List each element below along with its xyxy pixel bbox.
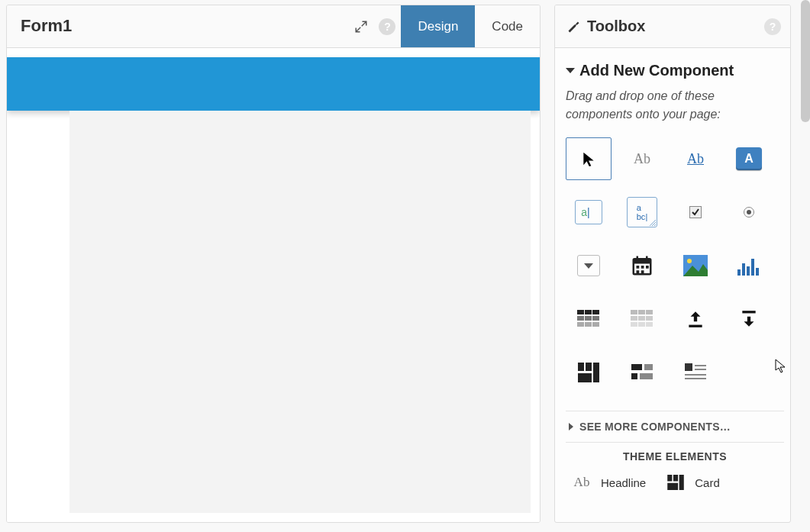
- svg-rect-8: [641, 270, 644, 273]
- component-datepicker[interactable]: [619, 244, 665, 287]
- svg-rect-25: [631, 310, 637, 314]
- component-file-download[interactable]: [726, 298, 772, 340]
- form-panel: Form1 ? Design Code: [6, 5, 541, 523]
- component-rich-text[interactable]: [673, 351, 718, 394]
- tab-code[interactable]: Code: [475, 5, 540, 47]
- component-plot[interactable]: [726, 244, 772, 287]
- component-textbox[interactable]: a|: [566, 191, 612, 234]
- svg-rect-49: [667, 475, 672, 481]
- component-column-panel[interactable]: [566, 351, 612, 394]
- theme-elements-header: THEME ELEMENTS: [566, 442, 784, 469]
- svg-rect-1: [634, 259, 651, 263]
- svg-rect-24: [592, 322, 599, 327]
- svg-rect-14: [751, 259, 754, 276]
- svg-rect-34: [689, 325, 702, 327]
- caret-down-icon: [566, 68, 575, 73]
- svg-rect-5: [641, 266, 644, 269]
- component-flow-panel[interactable]: [619, 351, 665, 394]
- svg-rect-26: [638, 310, 645, 314]
- svg-rect-50: [673, 475, 678, 481]
- form-header: Form1 ? Design Code: [7, 5, 540, 48]
- expand-icon[interactable]: [349, 5, 373, 47]
- svg-rect-16: [577, 310, 584, 314]
- svg-rect-51: [679, 475, 684, 490]
- section-title-text: Add New Component: [579, 62, 734, 79]
- svg-rect-22: [577, 322, 584, 327]
- svg-rect-7: [637, 270, 640, 273]
- card-icon: [664, 472, 687, 493]
- svg-rect-41: [644, 364, 653, 370]
- scrollbar[interactable]: [801, 0, 810, 122]
- svg-rect-19: [577, 316, 584, 321]
- svg-rect-45: [695, 365, 706, 366]
- toolbox-header: Toolbox ?: [555, 5, 790, 48]
- svg-rect-47: [685, 374, 706, 376]
- headline-icon: Ab: [570, 472, 593, 493]
- svg-rect-15: [756, 268, 759, 276]
- svg-point-10: [687, 259, 692, 263]
- svg-rect-43: [640, 373, 653, 379]
- form-canvas[interactable]: [7, 48, 540, 522]
- svg-rect-37: [586, 363, 592, 371]
- theme-item-headline[interactable]: Ab Headline: [570, 472, 646, 493]
- component-file-upload[interactable]: [673, 298, 718, 340]
- svg-rect-35: [742, 311, 755, 313]
- help-icon[interactable]: ?: [764, 18, 781, 35]
- component-textarea[interactable]: abc|: [619, 191, 665, 234]
- svg-rect-6: [646, 266, 649, 269]
- see-more-label: SEE MORE COMPONENTS…: [579, 421, 731, 433]
- svg-rect-48: [685, 378, 706, 379]
- component-checkbox[interactable]: [673, 191, 718, 234]
- theme-card-label: Card: [695, 476, 720, 489]
- svg-rect-3: [646, 256, 648, 260]
- svg-rect-27: [646, 310, 653, 314]
- svg-rect-31: [631, 322, 637, 327]
- svg-rect-42: [631, 373, 637, 379]
- component-image[interactable]: [673, 244, 718, 287]
- component-grid: Ab Ab A a| abc|: [566, 137, 784, 394]
- component-dropdown[interactable]: [566, 244, 612, 287]
- svg-rect-23: [585, 322, 592, 327]
- svg-rect-46: [695, 369, 706, 370]
- canvas-drop-area[interactable]: [69, 111, 531, 513]
- component-button[interactable]: A: [726, 137, 772, 180]
- svg-rect-20: [585, 316, 592, 321]
- tab-design[interactable]: Design: [401, 5, 475, 47]
- help-icon[interactable]: ?: [373, 5, 401, 47]
- svg-rect-11: [737, 269, 741, 276]
- svg-rect-18: [592, 310, 599, 314]
- component-data-grid[interactable]: [566, 298, 612, 340]
- see-more-components[interactable]: SEE MORE COMPONENTS…: [566, 411, 784, 442]
- app-bar-component[interactable]: [7, 57, 540, 111]
- component-pointer[interactable]: [566, 137, 612, 180]
- svg-rect-21: [592, 316, 599, 321]
- svg-rect-36: [578, 363, 584, 371]
- svg-rect-12: [742, 263, 745, 276]
- wrench-icon: [567, 20, 581, 34]
- help-text: Drag and drop one of these components on…: [566, 87, 784, 124]
- svg-rect-32: [638, 322, 645, 327]
- svg-rect-52: [667, 483, 678, 490]
- svg-rect-33: [646, 322, 653, 327]
- caret-right-icon: [569, 423, 573, 430]
- svg-rect-29: [638, 316, 645, 321]
- svg-rect-28: [631, 316, 637, 321]
- svg-rect-39: [578, 373, 592, 382]
- svg-rect-40: [631, 364, 642, 370]
- component-label[interactable]: Ab: [619, 137, 665, 180]
- theme-item-card[interactable]: Card: [664, 472, 720, 493]
- add-component-section[interactable]: Add New Component: [566, 62, 784, 79]
- svg-rect-17: [585, 310, 592, 314]
- component-radio[interactable]: [726, 191, 772, 234]
- component-link[interactable]: Ab: [673, 137, 718, 180]
- svg-rect-4: [637, 266, 640, 269]
- toolbox-panel: Toolbox ? Add New Component Drag and dro…: [554, 5, 791, 523]
- svg-rect-2: [637, 256, 639, 260]
- theme-headline-label: Headline: [601, 476, 646, 489]
- svg-rect-44: [685, 363, 692, 371]
- form-title: Form1: [7, 5, 349, 47]
- component-repeating-panel[interactable]: [619, 298, 665, 340]
- svg-rect-30: [646, 316, 653, 321]
- toolbox-title-text: Toolbox: [587, 18, 645, 35]
- svg-rect-38: [593, 363, 599, 382]
